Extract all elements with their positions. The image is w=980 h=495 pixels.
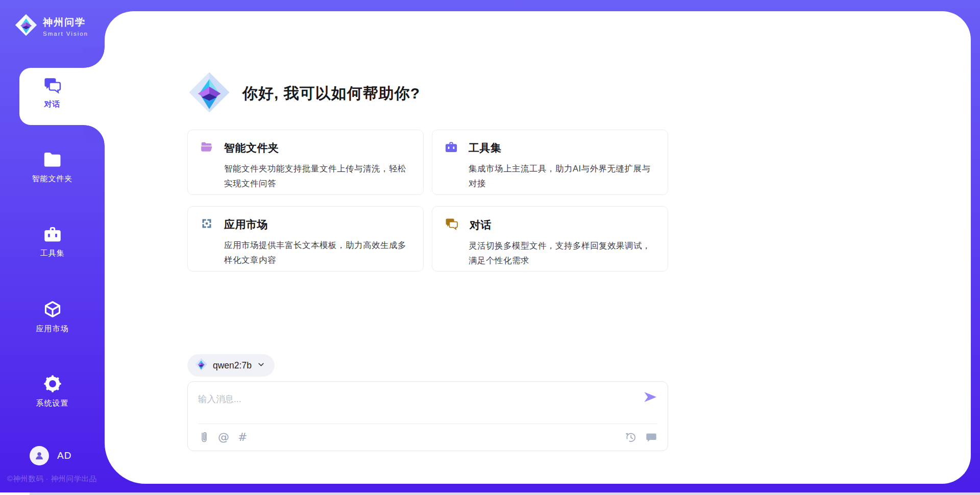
app-brand: 神州问学 Smart Vision	[14, 13, 88, 39]
user-name: AD	[57, 450, 71, 461]
main-content: 你好, 我可以如何帮助你? 智能文件夹 智能文件夹功能支持批量文件上传与清洗，轻…	[187, 0, 668, 495]
sidebar-item-chat[interactable]: 对话	[0, 77, 105, 109]
sidebar-item-settings[interactable]: 系统设置	[0, 375, 105, 408]
briefcase-icon	[445, 141, 458, 155]
app-name: 神州问学	[43, 16, 88, 29]
card-title: 对话	[470, 218, 492, 232]
card-description: 智能文件夹功能支持批量文件上传与清洗，轻松实现文件问答	[224, 161, 411, 191]
sidebar-item-label: 工具集	[40, 249, 65, 258]
brand-diamond-logo-icon	[14, 13, 38, 39]
message-input[interactable]	[198, 389, 617, 409]
greeting: 你好, 我可以如何帮助你?	[187, 70, 420, 116]
card-app-market[interactable]: 应用市场 应用市场提供丰富长文本模板，助力高效生成多样化文章内容	[187, 206, 424, 271]
model-name: qwen2:7b	[213, 360, 252, 371]
mention-icon[interactable]: @	[218, 432, 229, 443]
paperclip-icon[interactable]	[199, 431, 209, 444]
folder-open-icon	[200, 141, 213, 155]
sidebar-item-label: 对话	[44, 100, 61, 109]
window-bottom-edge	[0, 492, 980, 495]
chat-bubbles-icon	[445, 217, 459, 232]
chat-square-icon[interactable]	[645, 431, 657, 443]
card-smart-folder[interactable]: 智能文件夹 智能文件夹功能支持批量文件上传与清洗，轻松实现文件问答	[187, 130, 424, 195]
feature-cards: 智能文件夹 智能文件夹功能支持批量文件上传与清洗，轻松实现文件问答 工具集 集成…	[187, 130, 668, 271]
cube-icon	[43, 300, 62, 318]
app-tagline: Smart Vision	[43, 31, 88, 37]
card-description: 应用市场提供丰富长文本模板，助力高效生成多样化文章内容	[224, 238, 411, 267]
app-grid-icon	[200, 217, 213, 232]
folder-icon	[43, 151, 62, 168]
sidebar: 神州问学 Smart Vision 对话 智能文件夹	[0, 0, 105, 495]
card-description: 灵活切换多模型文件，支持多样回复效果调试，满足个性化需求	[469, 238, 655, 268]
sidebar-item-label: 应用市场	[36, 324, 69, 334]
tab-scoop-top	[84, 47, 105, 68]
card-toolset[interactable]: 工具集 集成市场上主流工具，助力AI与外界无缝扩展与对接	[432, 130, 668, 195]
user-profile[interactable]: AD	[30, 446, 71, 465]
sidebar-item-label: 智能文件夹	[32, 174, 73, 184]
chevron-down-icon	[257, 360, 265, 371]
avatar	[30, 446, 49, 465]
card-title: 应用市场	[224, 217, 268, 232]
sidebar-item-smart-folder[interactable]: 智能文件夹	[0, 151, 105, 184]
sidebar-item-toolset[interactable]: 工具集	[0, 226, 105, 258]
history-icon[interactable]	[625, 431, 637, 443]
greeting-title: 你好, 我可以如何帮助你?	[242, 83, 420, 104]
model-selector[interactable]: qwen2:7b	[187, 354, 275, 377]
tab-scoop-bottom	[84, 125, 105, 145]
model-logo-icon	[194, 358, 208, 373]
sidebar-item-label: 系统设置	[36, 399, 69, 408]
window-bottom-edge-left	[0, 492, 30, 495]
hash-icon[interactable]: #	[238, 432, 247, 443]
card-title: 智能文件夹	[224, 141, 279, 155]
briefcase-icon	[43, 226, 62, 243]
sidebar-item-app-market[interactable]: 应用市场	[0, 300, 105, 334]
chat-bubbles-icon	[43, 77, 62, 94]
send-icon[interactable]	[643, 390, 657, 404]
gear-icon	[43, 375, 62, 393]
card-chat[interactable]: 对话 灵活切换多模型文件，支持多样回复效果调试，满足个性化需求	[432, 206, 668, 271]
message-composer: @ #	[187, 381, 668, 451]
card-description: 集成市场上主流工具，助力AI与外界无缝扩展与对接	[469, 161, 655, 191]
sidebar-footer: ©神州数码 · 神州问学出品	[7, 474, 104, 484]
greeting-diamond-logo-icon	[187, 70, 231, 116]
user-avatar-icon	[34, 450, 45, 461]
card-title: 工具集	[469, 141, 502, 155]
